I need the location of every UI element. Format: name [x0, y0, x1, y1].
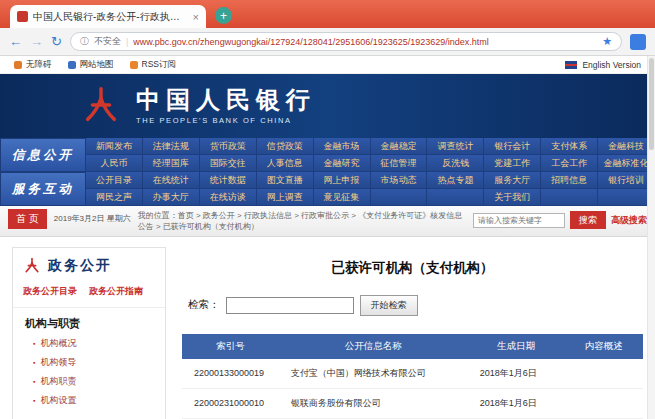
bullet-icon: ▪: [33, 359, 35, 366]
english-version-label: English Version: [582, 60, 641, 70]
nav-item[interactable]: 国际交往: [200, 155, 257, 172]
bookmark-star-icon[interactable]: ★: [602, 35, 612, 48]
nav-item[interactable]: 市场动态: [371, 172, 428, 189]
page-viewport: 无障碍 网站地图 RSS订阅 English Version 中国人民银行 T: [0, 56, 655, 419]
address-separator: |: [126, 37, 128, 47]
site-title-en: THE PEOPLE'S BANK OF CHINA: [136, 116, 316, 125]
breadcrumb-bar: 首 页 2019年3月2日 星期六 我的位置：首页 > 政务公开 > 行政执法信…: [0, 206, 655, 237]
nav-item[interactable]: 人民币: [86, 155, 143, 172]
content-area: 已获许可机构（支付机构） 检索： 开始检索 索引号 公开信息名称 生成日期 内容…: [182, 247, 643, 419]
nav-item[interactable]: 支付体系: [541, 138, 598, 155]
cell-name[interactable]: 支付宝（中国）网络技术有限公司: [279, 359, 468, 389]
nav-item[interactable]: 金融研究: [314, 155, 371, 172]
nav-item[interactable]: 在线访谈: [200, 189, 257, 206]
sidebar-item-org-duties[interactable]: ▪ 机构职责: [13, 372, 165, 391]
site-utility-bar: 无障碍 网站地图 RSS订阅 English Version: [0, 56, 655, 74]
nav-item[interactable]: 人事信息: [257, 155, 314, 172]
sidebar-item-org-structure[interactable]: ▪ 机构设置: [13, 391, 165, 410]
table-row: 22000133000019 支付宝（中国）网络技术有限公司 2018年1月6日: [182, 359, 643, 389]
info-icon[interactable]: ⓘ: [80, 35, 89, 48]
refresh-icon[interactable]: ↻: [51, 35, 62, 48]
page-title: 已获许可机构（支付机构）: [182, 259, 643, 277]
col-header-index: 索引号: [182, 334, 279, 359]
nav-section-headers: 信息公开 服务互动: [0, 138, 86, 206]
nav-item[interactable]: 金融市场: [314, 138, 371, 155]
vertical-scrollbar[interactable]: [647, 56, 655, 419]
sidebar-item-label: 机构职责: [40, 375, 76, 388]
sidebar-section: 法规政策 ▪ 法律法规: [13, 410, 165, 419]
banner-titles: 中国人民银行 THE PEOPLE'S BANK OF CHINA: [136, 87, 316, 124]
nav-item[interactable]: 调查统计: [427, 138, 484, 155]
nav-item[interactable]: 经理国库: [143, 155, 200, 172]
sitemap-link[interactable]: 网站地图: [68, 59, 114, 71]
search-input[interactable]: [473, 213, 565, 228]
nav-item[interactable]: 工会工作: [541, 155, 598, 172]
nav-item[interactable]: 信贷政策: [257, 138, 314, 155]
nav-item[interactable]: 征信管理: [371, 155, 428, 172]
sidebar-section-title: 法规政策: [13, 410, 165, 419]
scrollbar-thumb[interactable]: [649, 58, 654, 150]
tab-title: 中国人民银行-政务公开-行政执法信息: [33, 10, 188, 24]
search-button[interactable]: 搜索: [570, 211, 606, 229]
current-date: 2019年3月2日 星期六: [54, 209, 131, 224]
sidebar-item-org-leaders[interactable]: ▪ 机构领导: [13, 353, 165, 372]
browser-toolbar: ← → ↻ ⓘ 不安全 | www.pbc.gov.cn/zhengwugong…: [0, 28, 655, 56]
nav-item[interactable]: 银行会计: [484, 138, 541, 155]
table-header-row: 索引号 公开信息名称 生成日期 内容概述: [182, 334, 643, 359]
back-icon[interactable]: ←: [9, 35, 22, 48]
forward-icon[interactable]: →: [30, 35, 43, 48]
nav-item[interactable]: 统计数据: [200, 172, 257, 189]
rss-link[interactable]: RSS订阅: [130, 59, 176, 71]
nav-section-info-disclosure[interactable]: 信息公开: [0, 138, 86, 172]
nav-item[interactable]: 招聘信息: [541, 172, 598, 189]
nav-item[interactable]: 在线统计: [143, 172, 200, 189]
nav-section-service[interactable]: 服务互动: [0, 172, 86, 206]
nav-item[interactable]: 网上申报: [314, 172, 371, 189]
nav-item[interactable]: 货币政策: [200, 138, 257, 155]
english-version-link[interactable]: English Version: [565, 60, 641, 70]
nav-item[interactable]: 图文直播: [257, 172, 314, 189]
nav-item[interactable]: 网民之声: [86, 189, 143, 206]
retrieve-button[interactable]: 开始检索: [360, 295, 418, 316]
license-table: 索引号 公开信息名称 生成日期 内容概述 22000133000019 支付宝（…: [182, 334, 643, 419]
sidebar-title: 政务公开: [48, 257, 112, 275]
site-banner: 中国人民银行 THE PEOPLE'S BANK OF CHINA: [0, 74, 655, 138]
advanced-search-link[interactable]: 高级搜索: [611, 214, 647, 227]
sidebar: 政务公开 政务公开目录 政务公开指南 机构与职责 ▪ 机构概况 ▪ 机构领导 ▪…: [12, 247, 166, 419]
cell-name[interactable]: 银联商务股份有限公司: [279, 388, 468, 418]
nav-item[interactable]: 反洗钱: [427, 155, 484, 172]
nav-item[interactable]: 服务大厅: [484, 172, 541, 189]
nav-item[interactable]: 法律法规: [143, 138, 200, 155]
accessibility-link[interactable]: 无障碍: [14, 59, 52, 71]
tab-close-icon[interactable]: ×: [193, 11, 199, 23]
extension-icon[interactable]: [630, 34, 646, 50]
nav-item[interactable]: 意见征集: [314, 189, 371, 206]
nav-item[interactable]: 金融稳定: [371, 138, 428, 155]
cell-summary: [565, 359, 643, 389]
nav-item[interactable]: 公开目录: [86, 172, 143, 189]
nav-item[interactable]: 党建工作: [484, 155, 541, 172]
sidebar-item-org-overview[interactable]: ▪ 机构概况: [13, 334, 165, 353]
nav-grid: 新闻发布 法律法规 货币政策 信贷政策 金融市场 金融稳定 调查统计 银行会计 …: [86, 138, 655, 206]
sidebar-section: 机构与职责 ▪ 机构概况 ▪ 机构领导 ▪ 机构职责 ▪ 机构设置: [13, 308, 165, 410]
cell-date: 2018年1月6日: [468, 388, 565, 418]
sitemap-icon: [68, 61, 76, 69]
nav-item[interactable]: 关于我们: [484, 189, 541, 206]
sitemap-label: 网站地图: [80, 59, 114, 71]
nav-item[interactable]: 新闻发布: [86, 138, 143, 155]
browser-tab[interactable]: 中国人民银行-政务公开-行政执法信息 ×: [10, 5, 206, 28]
nav-item[interactable]: 热点专题: [427, 172, 484, 189]
cell-index: 22000133000019: [182, 359, 279, 389]
retrieve-label: 检索：: [188, 298, 220, 312]
new-tab-button[interactable]: +: [215, 7, 232, 24]
nav-item[interactable]: 网上调查: [257, 189, 314, 206]
home-button[interactable]: 首 页: [8, 209, 47, 229]
nav-item[interactable]: 办事大厅: [143, 189, 200, 206]
nav-row: 公开目录 在线统计 统计数据 图文直播 网上申报 市场动态 热点专题 服务大厅 …: [86, 172, 655, 189]
breadcrumb[interactable]: 我的位置：首页 > 政务公开 > 行政执法信息 > 行政审批公示 > 《支付业务…: [138, 209, 466, 233]
browser-tab-bar: 中国人民银行-政务公开-行政执法信息 × +: [0, 0, 655, 28]
sidebar-link-guide[interactable]: 政务公开指南: [89, 285, 143, 298]
sidebar-link-catalog[interactable]: 政务公开目录: [23, 285, 77, 298]
address-bar[interactable]: ⓘ 不安全 | www.pbc.gov.cn/zhengwugongkai/12…: [70, 32, 622, 51]
retrieve-input[interactable]: [226, 297, 354, 314]
